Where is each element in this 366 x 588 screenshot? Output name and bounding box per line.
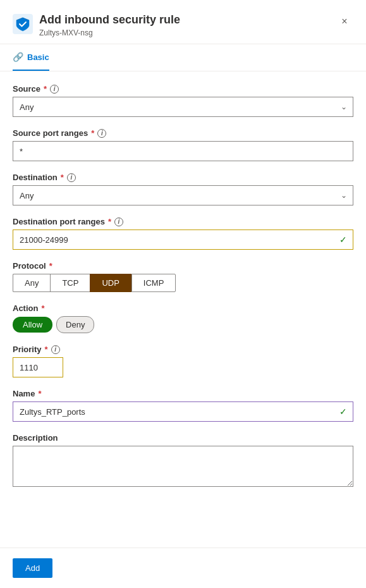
destination-label: Destination * i [13,173,353,182]
priority-input[interactable] [13,357,63,377]
azure-nsg-icon [13,14,33,34]
protocol-any-button[interactable]: Any [13,274,50,292]
description-textarea[interactable] [13,446,353,487]
destination-select[interactable]: Any IP Addresses Service Tag Application… [13,185,353,205]
description-label: Description [13,433,353,443]
source-port-required: * [91,128,94,138]
tab-basic-label: Basic [27,52,49,62]
name-required: * [38,389,41,398]
close-button[interactable]: × [336,13,353,30]
destination-port-ranges-input[interactable] [13,230,353,250]
panel-title: Add inbound security rule [39,13,180,27]
destination-port-input-wrapper: ✓ [13,230,353,250]
name-label: Name * [13,389,353,398]
action-deny-button[interactable]: Deny [56,316,94,333]
destination-port-info-icon[interactable]: i [114,217,123,226]
protocol-label: Protocol * [13,261,353,271]
destination-port-required: * [108,217,111,226]
description-field-group: Description [13,433,353,489]
source-port-ranges-input[interactable] [13,141,353,161]
priority-info-icon[interactable]: i [51,345,60,354]
panel-footer: Add [0,548,366,588]
tab-bar: 🔗 Basic [0,44,366,71]
source-label: Source * i [13,84,353,94]
source-required: * [44,84,47,94]
source-port-ranges-field-group: Source port ranges * i [13,128,353,161]
header-left: Add inbound security rule Zultys-MXV-nsg [13,13,180,37]
destination-required: * [61,173,64,182]
name-input[interactable] [13,401,353,422]
action-label: Action * [13,303,353,313]
panel-subtitle: Zultys-MXV-nsg [39,28,180,37]
tab-basic-icon: 🔗 [13,52,23,62]
action-field-group: Action * Allow Deny [13,303,353,333]
protocol-field-group: Protocol * Any TCP UDP ICMP [13,261,353,292]
source-port-ranges-label: Source port ranges * i [13,128,353,138]
protocol-tcp-button[interactable]: TCP [50,274,90,292]
destination-select-wrapper: Any IP Addresses Service Tag Application… [13,185,353,205]
destination-field-group: Destination * i Any IP Addresses Service… [13,173,353,205]
source-select-wrapper: Any IP Addresses Service Tag Application… [13,97,353,117]
action-toggle: Allow Deny [13,316,353,333]
protocol-udp-button[interactable]: UDP [90,274,131,292]
priority-field-group: Priority * i [13,345,353,377]
tab-basic[interactable]: 🔗 Basic [13,44,49,71]
panel-header: Add inbound security rule Zultys-MXV-nsg… [0,0,366,44]
priority-label: Priority * i [13,345,353,354]
source-info-icon[interactable]: i [50,85,59,94]
source-select[interactable]: Any IP Addresses Service Tag Application… [13,97,353,117]
protocol-icmp-button[interactable]: ICMP [131,274,176,292]
destination-port-ranges-label: Destination port ranges * i [13,217,353,226]
priority-required: * [45,345,48,354]
name-field-group: Name * ✓ [13,389,353,422]
header-text: Add inbound security rule Zultys-MXV-nsg [39,13,180,37]
destination-info-icon[interactable]: i [67,173,76,182]
protocol-group: Any TCP UDP ICMP [13,274,353,292]
add-inbound-rule-panel: Add inbound security rule Zultys-MXV-nsg… [0,0,366,588]
action-allow-button[interactable]: Allow [13,317,52,333]
source-field-group: Source * i Any IP Addresses Service Tag … [13,84,353,117]
form-body: Source * i Any IP Addresses Service Tag … [0,71,366,548]
action-required: * [41,303,44,313]
protocol-required: * [49,261,52,271]
destination-port-ranges-field-group: Destination port ranges * i ✓ [13,217,353,250]
source-port-info-icon[interactable]: i [97,129,106,138]
add-button[interactable]: Add [13,558,52,578]
name-input-wrapper: ✓ [13,401,353,422]
